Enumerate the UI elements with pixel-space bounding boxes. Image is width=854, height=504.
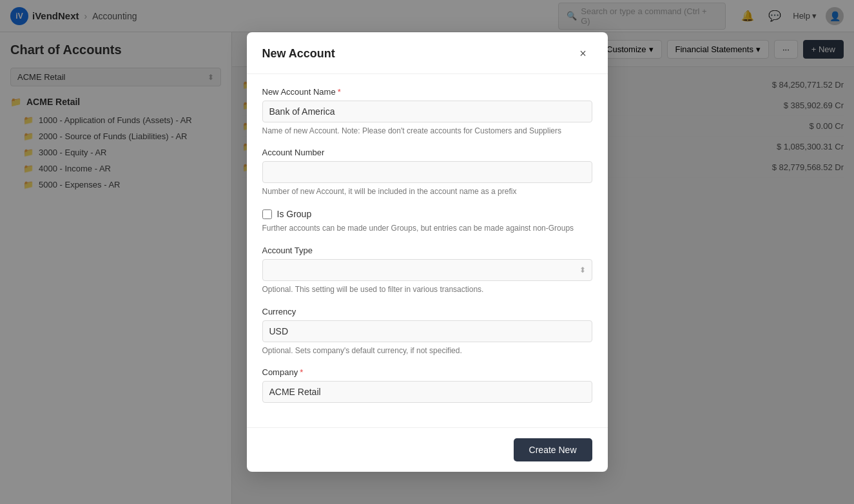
- account-number-input[interactable]: [262, 161, 592, 183]
- account-type-label: Account Type: [262, 246, 592, 255]
- account-type-group: Account Type Bank Cash Receivable Payabl…: [262, 246, 592, 295]
- account-type-hint: Optional. This setting will be used to f…: [262, 284, 592, 295]
- currency-group: Currency Optional. Sets company's defaul…: [262, 307, 592, 356]
- is-group-hint: Further accounts can be made under Group…: [262, 223, 592, 234]
- account-name-group: New Account Name * Name of new Account. …: [262, 87, 592, 137]
- is-group-label[interactable]: Is Group: [277, 209, 312, 219]
- account-number-group: Account Number Number of new Account, it…: [262, 148, 592, 197]
- account-number-hint: Number of new Account, it will be includ…: [262, 186, 592, 197]
- company-group: Company *: [262, 367, 592, 403]
- modal-header: New Account ×: [247, 32, 608, 74]
- required-star: *: [338, 87, 341, 97]
- account-name-hint: Name of new Account. Note: Please don't …: [262, 126, 592, 137]
- modal-close-button[interactable]: ×: [574, 45, 592, 63]
- new-account-modal: New Account × New Account Name * Name of…: [247, 32, 608, 472]
- company-label: Company *: [262, 367, 592, 377]
- is-group-row: Is Group: [262, 209, 592, 219]
- company-required-star: *: [300, 367, 303, 377]
- account-name-input[interactable]: [262, 101, 592, 122]
- account-name-label: New Account Name *: [262, 87, 592, 97]
- account-number-label: Account Number: [262, 148, 592, 157]
- currency-input[interactable]: [262, 320, 592, 342]
- modal-title: New Account: [262, 47, 335, 61]
- modal-footer: Create New: [247, 427, 608, 472]
- is-group-group: Is Group Further accounts can be made un…: [262, 209, 592, 234]
- account-type-select[interactable]: Bank Cash Receivable Payable Expense Inc…: [262, 259, 592, 281]
- modal-body: New Account Name * Name of new Account. …: [247, 74, 608, 428]
- modal-overlay: New Account × New Account Name * Name of…: [0, 0, 854, 504]
- is-group-checkbox[interactable]: [262, 209, 272, 219]
- company-input[interactable]: [262, 381, 592, 403]
- currency-label: Currency: [262, 307, 592, 316]
- account-type-select-wrapper: Bank Cash Receivable Payable Expense Inc…: [262, 259, 592, 281]
- create-new-button[interactable]: Create New: [514, 438, 592, 461]
- currency-hint: Optional. Sets company's default currenc…: [262, 345, 592, 356]
